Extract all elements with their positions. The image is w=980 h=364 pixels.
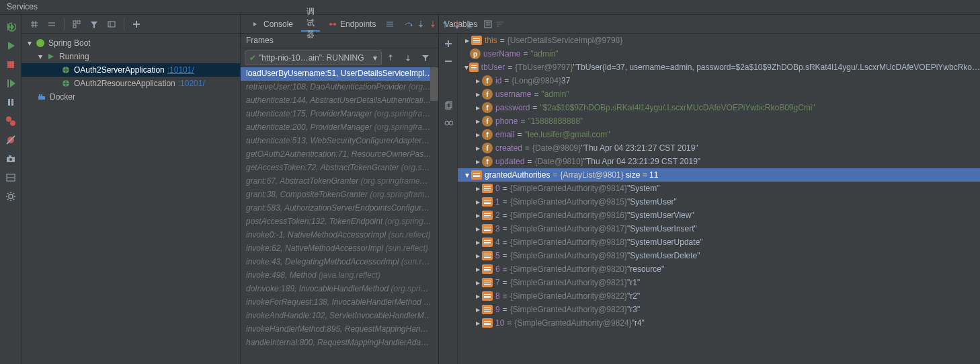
variable-row[interactable]: ▸fusername = "admin" (458, 87, 980, 101)
stop-icon[interactable] (3, 57, 18, 72)
next-frame-icon[interactable] (401, 50, 415, 65)
frame-row[interactable]: invoke:498, Method (java.lang.reflect) (241, 269, 438, 283)
pause-icon[interactable] (3, 95, 18, 110)
frame-row[interactable]: authenticate:144, AbstractUserDetailsAut… (241, 94, 438, 108)
step-out-icon[interactable] (440, 17, 450, 32)
variable-row[interactable]: ▸3 = {SimpleGrantedAuthority@9817} "Syst… (458, 222, 980, 235)
frame-filter-icon[interactable] (418, 50, 433, 65)
frame-row[interactable]: handleInternal:800, RequestMappingHandle… (241, 336, 438, 350)
frame-row[interactable]: authenticate:175, ProviderManager (org.s… (241, 108, 438, 121)
variable-row[interactable]: ▸10 = {SimpleGrantedAuthority@9824} "r4" (458, 316, 980, 330)
force-step-into-icon[interactable] (428, 17, 438, 32)
tab-endpoints[interactable]: Endpoints (323, 17, 381, 32)
variable-row[interactable]: ▸fid = {Long@9804} 37 (458, 74, 980, 87)
variable-row[interactable]: ▸fpassword = "$2a$10$9ZhDOBp.sRKat4l14yg… (458, 101, 980, 114)
tree-port-link[interactable]: :10101/ (167, 65, 194, 75)
variable-row[interactable]: ▸fcreated = {Date@9809} "Thu Apr 04 23:2… (458, 141, 980, 155)
frame-row[interactable]: invokeHandlerMethod:895, RequestMappingH… (241, 323, 438, 336)
chevron-down-icon: ▾ (463, 170, 471, 180)
variables-header: Variables (439, 15, 980, 34)
show-config-icon[interactable] (104, 17, 119, 32)
frame-row[interactable]: retrieveUser:108, DaoAuthenticationProvi… (241, 81, 438, 94)
layout-icon[interactable] (3, 170, 18, 185)
frame-row[interactable]: doInvoke:189, InvocableHandlerMethod (or… (241, 283, 438, 296)
filter-icon[interactable] (87, 17, 101, 32)
variable-row[interactable]: ▸2 = {SimpleGrantedAuthority@9816} "Syst… (458, 209, 980, 222)
frame-row[interactable]: loadUserByUsername:51, UserDetailsServic… (241, 67, 438, 81)
frame-row[interactable]: getAccessToken:72, AbstractTokenGranter … (241, 161, 438, 175)
variable-row[interactable]: ▾tbUser = {TbUser@9797} "TbUser(id=37, u… (458, 61, 980, 74)
variable-row[interactable]: ▸4 = {SimpleGrantedAuthority@9818} "Syst… (458, 235, 980, 249)
thread-selector[interactable]: ✔ "http-nio-10…ain": RUNNING ▾ (245, 50, 382, 65)
variable-row[interactable]: ▸8 = {SimpleGrantedAuthority@9822} "r2" (458, 289, 980, 303)
tree-node-running[interactable]: ▾ Running (22, 50, 240, 63)
collapse-all-icon[interactable] (44, 17, 59, 32)
frame-row[interactable]: grant:38, CompositeTokenGranter (org.spr… (241, 188, 438, 202)
variable-row[interactable]: ▸9 = {SimpleGrantedAuthority@9823} "r3" (458, 303, 980, 316)
variable-row[interactable]: ▸femail = "lee.lusifer@gmail.com" (458, 128, 980, 141)
tab-debugger[interactable]: 调试器 (301, 17, 320, 32)
tab-console[interactable]: Console (246, 17, 298, 32)
spring-boot-icon (35, 38, 46, 48)
watches-icon[interactable] (441, 116, 456, 131)
variable-row[interactable]: ▸fphone = "15888888888" (458, 114, 980, 128)
variable-row[interactable]: ▸5 = {SimpleGrantedAuthority@9819} "Syst… (458, 249, 980, 262)
scrollbar-thumb[interactable] (430, 67, 438, 101)
step-over-icon[interactable] (404, 17, 413, 32)
mute-breakpoints-icon[interactable] (3, 133, 18, 147)
prev-frame-icon[interactable] (383, 50, 398, 65)
variables-list[interactable]: ▸this = {UserDetailsServiceImpl@9798} pu… (458, 34, 980, 364)
expand-all-icon[interactable] (27, 17, 42, 32)
frame-row[interactable]: grant:583, AuthorizationServerEndpointsC… (241, 202, 438, 215)
add-icon[interactable] (129, 17, 144, 32)
frame-row[interactable]: postAccessToken:132, TokenEndpoint (org.… (241, 215, 438, 229)
lines-icon[interactable] (385, 17, 395, 32)
frame-row[interactable]: grant:67, AbstractTokenGranter (org.spri… (241, 175, 438, 188)
variable-row[interactable]: ▸this = {UserDetailsServiceImpl@9798} (458, 34, 980, 47)
chevron-right-icon: ▸ (474, 184, 482, 193)
tree-node-app1[interactable]: OAuth2ServerApplication :10101/ (22, 63, 240, 77)
variable-row[interactable]: ▸1 = {SimpleGrantedAuthority@9815} "Syst… (458, 195, 980, 209)
settings-icon[interactable] (3, 189, 18, 204)
list-badge-icon (482, 305, 493, 314)
tree-node-app2[interactable]: OAuth2ResourceApplication :10201/ (22, 77, 240, 90)
resume-icon[interactable] (3, 76, 18, 91)
variable-row[interactable]: puserName = "admin" (458, 47, 980, 61)
breakpoints-icon[interactable] (3, 114, 18, 129)
add-watch-icon[interactable] (441, 36, 456, 51)
variable-row[interactable]: ▸7 = {SimpleGrantedAuthority@9821} "r1" (458, 276, 980, 289)
play-icon (46, 51, 56, 62)
frame-row[interactable]: invokeForRequest:138, InvocableHandlerMe… (241, 296, 438, 310)
rerun-icon[interactable] (3, 20, 18, 34)
camera-icon[interactable] (3, 151, 18, 166)
scrollbar[interactable] (430, 67, 438, 364)
remove-watch-icon[interactable] (441, 54, 456, 69)
frame-row[interactable]: invokeAndHandle:102, ServletInvocableHan… (241, 310, 438, 323)
variable-row[interactable]: ▸fupdated = {Date@9810} "Thu Apr 04 23:2… (458, 155, 980, 168)
copy-icon[interactable] (441, 98, 456, 113)
tree-node-docker[interactable]: Docker (22, 90, 240, 104)
frame-row[interactable]: invoke:43, DelegatingMethodAccessorImpl … (241, 256, 438, 269)
group-icon[interactable] (69, 17, 84, 32)
run-icon[interactable] (3, 38, 18, 53)
variable-row[interactable]: ▸0 = {SimpleGrantedAuthority@9814} "Syst… (458, 182, 980, 195)
console-icon (251, 20, 261, 29)
tab-label: Endpoints (340, 20, 376, 29)
step-into-icon[interactable] (416, 17, 425, 32)
drop-frame-icon[interactable] (452, 17, 462, 32)
frame-row[interactable]: invoke:62, NativeMethodAccessorImpl (sun… (241, 242, 438, 256)
trace-icon[interactable] (495, 17, 505, 32)
svg-marker-21 (48, 54, 54, 59)
frame-row[interactable]: authenticate:200, ProviderManager (org.s… (241, 121, 438, 135)
frames-list[interactable]: loadUserByUsername:51, UserDetailsServic… (241, 67, 438, 350)
variable-row[interactable]: ▾grantedAuthorities = {ArrayList@9801} s… (458, 168, 980, 182)
tree-port-link[interactable]: :10201/ (178, 79, 205, 88)
frame-row[interactable]: getOAuth2Authentication:71, ResourceOwne… (241, 148, 438, 161)
frame-row[interactable]: authenticate:513, WebSecurityConfigurerA… (241, 135, 438, 148)
tree-node-spring-boot[interactable]: ▾ Spring Boot (22, 36, 240, 50)
frame-row[interactable]: invoke0:-1, NativeMethodAccessorImpl (su… (241, 229, 438, 242)
variable-row[interactable]: ▸6 = {SimpleGrantedAuthority@9820} "reso… (458, 262, 980, 276)
svg-rect-41 (446, 103, 450, 109)
evaluate-icon[interactable] (483, 17, 493, 32)
run-to-cursor-icon[interactable] (464, 17, 474, 32)
